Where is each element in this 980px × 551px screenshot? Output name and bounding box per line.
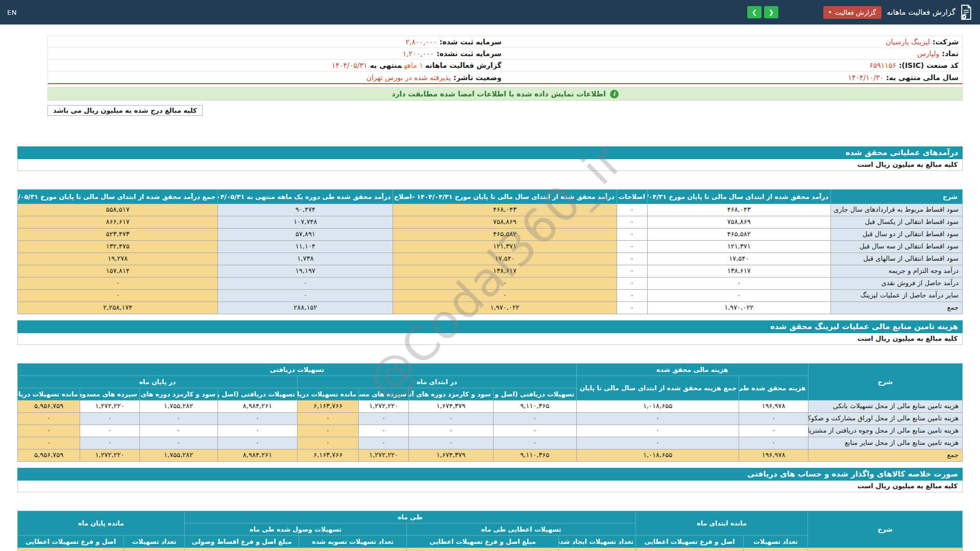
info-label: وضعیت ناشر:: [453, 73, 501, 82]
signature-match-banner: i اطلاعات نمایش داده شده با اطلاعات امضا…: [47, 87, 963, 101]
info-value: ۲,۸۰۰,۰۰۰: [406, 38, 437, 46]
value-cell: ۰: [493, 425, 576, 437]
table-row: سود اقساط انتقالی از سالهای قبل۱۷,۵۴۰۰۱۷…: [18, 253, 963, 265]
value-cell: ۰: [218, 290, 393, 302]
language-toggle-en[interactable]: EN: [7, 9, 17, 16]
row-label: جمع: [808, 449, 962, 462]
table-row: سود اقساط انتقالی از یکسال قبل۷۵۸,۸۶۹۰۷۵…: [18, 216, 963, 229]
col-header: تعداد تسهیلات ایجاد شده: [558, 536, 635, 548]
col-header: جمع هزینه محقق شده از ابتدای سال مالی تا…: [576, 376, 739, 400]
value-cell: ۵,۹۵۶,۷۵۹: [18, 449, 80, 462]
table-row: سایر درآمد حاصل از عملیات لیزینگ۰۰۰۰۰: [18, 290, 963, 302]
value-cell: ۸,۹۸۴,۲۶۱: [217, 449, 297, 462]
col-header: درآمد محقق شده از ابتدای سال مالی تا پای…: [647, 190, 830, 204]
value-cell: ۰: [409, 437, 493, 449]
value-cell: ۱۳۲,۴۷۵: [18, 241, 218, 253]
value-cell: ۰: [647, 290, 830, 302]
leased-goods-table: شرح مانده ابتدای ماه طی ماه مانده پایان …: [17, 511, 963, 551]
col-header: سود و کارمزد دوره های آتی: [409, 388, 493, 400]
value-cell: ۰: [18, 413, 80, 425]
col-header: تسهیلات دریافتی (اصل و فرع): [217, 388, 297, 400]
section-unit-note: کلیه مبالغ به میلیون ریال است: [17, 159, 963, 171]
info-value: ۱۴۰۴/۱۰/۳۰: [848, 73, 884, 82]
report-type-dropdown[interactable]: گزارش فعالیت ▾: [823, 6, 881, 19]
table-row: سود اقساط انتقالی از سه سال قبل۱۲۱,۳۷۱۰۱…: [18, 241, 963, 253]
col-group-header: هزینه مالی محقق شده: [576, 364, 808, 376]
value-cell: ۸۶۶,۶۱۷: [18, 216, 218, 229]
value-cell: ۱,۲۷۲,۲۲۰: [359, 400, 409, 413]
info-field: کد صنعت (ISIC):۶۵۹۱۱۵۶: [505, 61, 963, 69]
col-header: مانده تسهیلات دریافتی: [18, 388, 80, 400]
value-cell: ۱۲۱,۳۷۱: [393, 241, 617, 253]
value-cell: ۰: [617, 216, 647, 229]
value-cell: ۵۲۳,۴۷۳: [18, 229, 218, 241]
report-content: شرکت:لیزینگ پارسیانسرمایه ثبت شده:۲,۸۰۰,…: [0, 36, 980, 551]
col-header: هزینه محقق شده طی ماه: [739, 376, 808, 400]
table-row-partial: [17, 548, 962, 551]
value-cell: ۱۳۸,۶۱۷: [647, 265, 830, 278]
value-cell: ۰: [18, 425, 80, 437]
col-group-header: در پایان ماه: [18, 376, 298, 388]
value-cell: ۰: [80, 413, 139, 425]
value-cell: ۰: [493, 437, 576, 449]
col-header: تعداد تسهیلات: [124, 536, 184, 548]
value-cell: ۰: [617, 253, 647, 265]
value-cell: ۰: [739, 413, 808, 425]
value-cell: ۰: [359, 413, 409, 425]
table-row: سود اقساط مربوط به قراردادهای سال جاری۴۶…: [18, 204, 963, 216]
section-title: هزینه تامین منابع مالی عملیات لیزینگ محق…: [17, 320, 963, 333]
col-header: اصلاحات: [617, 190, 647, 204]
value-cell: ۰: [18, 437, 80, 449]
value-cell: ۹,۱۱۰,۳۶۵: [493, 400, 576, 413]
col-header: جمع درآمد محقق شده از ابتدای سال مالی تا…: [18, 190, 218, 204]
value-cell: ۰: [217, 437, 297, 449]
info-value: ۱,۲۰۰,۰۰۰: [403, 49, 434, 58]
value-cell: ۰: [218, 278, 393, 290]
value-cell: ۴۶۵,۵۸۲: [647, 229, 830, 241]
col-header: سود و کارمزد دوره های آتی: [139, 388, 217, 400]
value-cell: ۰: [298, 425, 359, 437]
col-group-header: مانده پایان ماه: [17, 511, 184, 536]
info-row: نماد:ولپارسسرمایه ثبت نشده:۱,۲۰۰,۰۰۰: [48, 48, 962, 60]
value-cell: ۰: [80, 437, 139, 449]
value-cell: ۰: [576, 437, 739, 449]
info-label: نماد:: [942, 49, 959, 58]
next-report-button[interactable]: ❯: [764, 6, 778, 18]
value-cell: ۸,۹۸۴,۲۶۱: [217, 400, 297, 413]
col-group-header: مانده ابتدای ماه: [635, 511, 807, 536]
value-cell: ۰: [617, 278, 647, 290]
value-cell: ۱,۶۷۴,۳۷۹: [409, 449, 493, 462]
chevron-right-icon: ❯: [769, 9, 774, 16]
value-cell: ۰: [617, 290, 647, 302]
table-row: هزینه تامین منابع مالی از محل وجوه دریاف…: [18, 425, 963, 437]
value-cell: ۵,۹۵۶,۷۵۹: [18, 400, 80, 413]
col-header: تعداد تسهیلات تسویه شده: [299, 536, 406, 548]
info-field: گزارش فعالیت ماهانه۱ ماههمنتهی به۱۴۰۴/۰۵…: [48, 61, 505, 69]
value-cell: ۱,۷۳۸: [218, 253, 393, 265]
col-group-header: تسهیلات وصول شده طی ماه: [184, 523, 406, 536]
value-cell: ۰: [647, 278, 830, 290]
row-label: سود اقساط انتقالی از یکسال قبل: [830, 216, 962, 229]
info-value: پذیرفته شده در بورس تهران: [366, 73, 451, 82]
value-cell: ۰: [617, 229, 647, 241]
value-cell: ۱۹,۱۹۷: [218, 265, 393, 278]
col-header: مبلغ اصل و فرع اقساط وصولی: [184, 536, 299, 548]
value-cell: ۱۰۷,۷۴۸: [218, 216, 393, 229]
value-cell: ۰: [576, 413, 739, 425]
info-value[interactable]: لیزینگ پارسیان: [886, 38, 930, 46]
value-cell: ۷۵۸,۸۶۹: [647, 216, 830, 229]
row-label: سود اقساط انتقالی از سه سال قبل: [830, 241, 962, 253]
value-cell: ۵۵۸,۵۱۷: [18, 204, 218, 216]
row-label: هزینه تامین منابع مالی از محل تسهیلات با…: [808, 400, 962, 413]
row-label: جمع: [830, 302, 962, 314]
value-cell: ۰: [576, 425, 739, 437]
section-unit-note: کلیه مبالغ به میلیون ریال است: [17, 333, 963, 345]
prev-report-button[interactable]: ❮: [747, 6, 762, 18]
value-cell: ۵۷,۸۹۱: [218, 229, 393, 241]
value-cell: ۰: [393, 278, 617, 290]
value-cell: ۱,۹۷۰,۰۲۲: [647, 302, 830, 314]
info-value[interactable]: ولپارس: [917, 49, 939, 58]
row-label: سود اقساط مربوط به قراردادهای سال جاری: [830, 204, 962, 216]
table-row: درآمد وجه التزام و جریمه۱۳۸,۶۱۷۰۱۳۸,۶۱۷۱…: [18, 265, 963, 278]
info-field: سرمایه ثبت نشده:۱,۲۰۰,۰۰۰: [48, 49, 505, 58]
